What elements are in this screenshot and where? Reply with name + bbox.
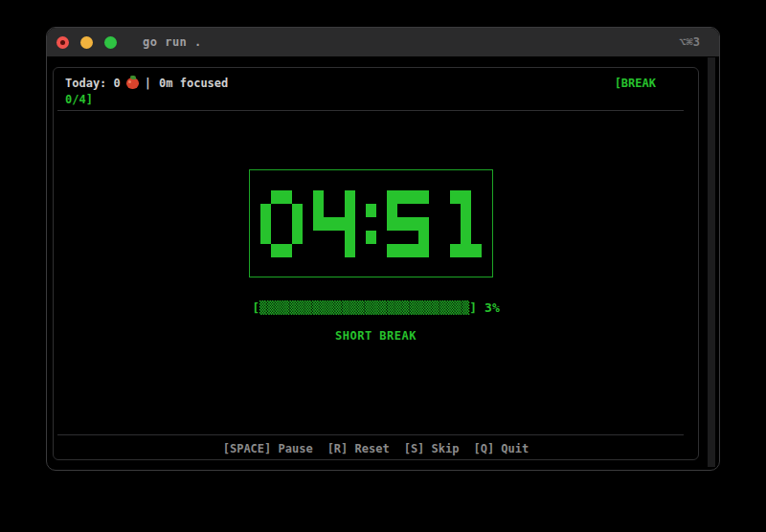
session-tag-line2: 0/4] [65,93,93,106]
traffic-lights [47,36,117,49]
hint-pause: [SPACE] Pause [223,442,313,455]
timer-clock-box [249,169,493,277]
hint-reset: [R] Reset [327,442,390,455]
hint-skip: [S] Skip [404,442,460,455]
clock-digit-0 [260,190,303,257]
progress-left-bracket: [ [252,300,259,315]
today-stats: Today: 0 | 0m focused [65,77,228,90]
focused-minutes-label: 0m focused [159,77,228,90]
progress-bar: [▒▒▒▒▒▒▒▒▒▒▒▒▒▒▒▒▒▒▒▒▒▒▒▒▒▒▒▒]3% [54,300,698,315]
tomato-icon [126,78,139,89]
session-tag-line1: [BREAK [615,77,656,90]
timer-mode-label: SHORT BREAK [54,329,698,343]
terminal-window: go run . ⌥⌘3 Today: 0 | 0m focused [BREA… [46,27,720,471]
scrollbar-track[interactable] [708,57,715,467]
minimize-button[interactable] [80,36,93,49]
keyboard-hints: [SPACE] Pause[R] Reset[S] Skip[Q] Quit [54,442,698,455]
clock-colon [366,190,376,257]
header-separator [57,110,684,111]
stats-pipe-separator: | [145,77,151,90]
progress-right-bracket: ] [469,300,477,315]
pomodoro-tui-frame: Today: 0 | 0m focused [BREAK 0/4] [▒▒▒▒▒… [53,67,699,460]
screen-background: go run . ⌥⌘3 Today: 0 | 0m focused [BREA… [0,0,766,532]
footer-separator [57,434,684,435]
window-titlebar[interactable]: go run . ⌥⌘3 [47,28,719,56]
clock-digit-5 [387,190,429,257]
progress-fill: ▒▒▒▒▒▒▒▒▒▒▒▒▒▒▒▒▒▒▒▒▒▒▒▒▒▒▒▒ [259,300,469,315]
clock-digit-1 [439,190,482,257]
progress-percent: 3% [484,300,500,315]
hint-quit: [Q] Quit [473,442,529,455]
window-title: go run . [143,35,202,49]
close-button[interactable] [56,36,69,49]
zoom-button[interactable] [104,36,117,49]
today-count-label: Today: 0 [65,77,121,90]
clock-digit-4 [313,190,355,257]
window-shortcut-badge: ⌥⌘3 [679,35,700,49]
